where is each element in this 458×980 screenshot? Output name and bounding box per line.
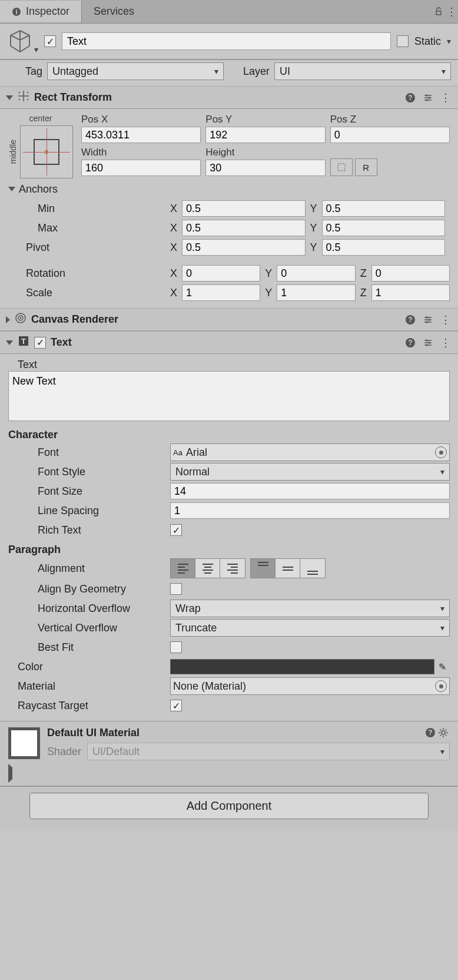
help-icon[interactable]: ? [404,336,417,349]
preset-icon[interactable] [422,313,434,326]
height-label: Height [205,147,325,158]
preset-icon[interactable] [422,336,434,349]
help-icon[interactable]: ? [404,91,417,104]
canvas-renderer-title: Canvas Renderer [31,313,399,326]
align-center-button[interactable] [195,559,220,578]
tag-label: Tag [7,65,42,78]
material-label: Material [8,680,170,693]
foldout-icon [6,340,13,345]
component-menu-icon[interactable]: ⋮ [439,336,452,349]
preset-icon[interactable] [422,91,434,104]
voverflow-dropdown[interactable]: Truncate▾ [170,619,450,637]
scale-z-input[interactable] [371,284,450,301]
material-foldout-icon[interactable] [8,764,12,783]
canvas-renderer-header[interactable]: Canvas Renderer ? ⋮ [0,308,458,331]
lock-icon[interactable] [432,5,445,18]
svg-point-17 [442,731,445,734]
anchor-min-y-input[interactable] [322,200,445,217]
object-picker-icon[interactable] [435,446,447,458]
color-swatch[interactable] [170,659,434,674]
raycast-checkbox[interactable]: ✓ [170,700,182,711]
component-menu-icon[interactable]: ⋮ [439,91,452,104]
tag-value: Untagged [52,65,98,78]
tab-inspector[interactable]: i Inspector [0,1,82,22]
font-picker[interactable]: AaArial [170,443,450,461]
material-picker[interactable]: None (Material) [170,677,450,695]
max-label: Max [8,222,170,234]
scale-x-input[interactable] [182,284,260,301]
text-component-header[interactable]: T ✓ Text ? ⋮ [0,331,458,354]
tab-services[interactable]: Services [82,1,146,22]
fontsize-input[interactable] [170,483,450,499]
static-dropdown-icon[interactable]: ▾ [447,37,451,46]
width-input[interactable] [81,160,201,176]
rot-y-input[interactable] [277,265,355,282]
pivot-y-input[interactable] [322,239,445,256]
posy-input[interactable] [205,127,325,143]
pivot-x-input[interactable] [182,239,305,256]
fontstyle-value: Normal [175,466,210,478]
add-component-button[interactable]: Add Component [29,793,429,819]
foldout-icon [6,95,13,100]
object-picker-icon[interactable] [435,680,447,692]
text-value-input[interactable] [8,371,450,421]
blueprint-mode-button[interactable] [330,158,353,176]
hoverflow-value: Wrap [175,602,201,615]
fontstyle-dropdown[interactable]: Normal▾ [170,463,450,481]
linespacing-input[interactable] [170,502,450,519]
gear-icon[interactable] [437,726,450,739]
rotation-label: Rotation [8,267,170,280]
gameobject-name-input[interactable] [62,32,391,50]
posz-label: Pos Z [330,114,450,125]
icon-dropdown-icon[interactable]: ▾ [34,45,38,54]
align-right-button[interactable] [220,559,245,578]
align-top-button[interactable] [251,559,276,578]
material-title: Default UI Material [47,727,424,739]
richtext-checkbox[interactable]: ✓ [170,524,182,536]
material-section: Default UI Material ? Shader UI/Default▾ [0,721,458,765]
rot-z-input[interactable] [371,265,450,282]
anchor-preset-button[interactable] [20,125,73,178]
gameobject-enabled-checkbox[interactable]: ✓ [44,35,56,47]
fontsize-label: Font Size [8,485,170,498]
bestfit-label: Best Fit [8,641,170,654]
shader-label: Shader [47,746,81,758]
hoverflow-dropdown[interactable]: Wrap▾ [170,600,450,617]
scale-y-input[interactable] [277,284,355,301]
anchors-foldout-icon[interactable] [8,187,15,191]
menu-icon[interactable]: ⋮ [445,5,458,18]
raw-edit-button[interactable]: R [355,158,377,176]
layer-dropdown[interactable]: UI▾ [274,62,451,80]
height-input[interactable] [205,160,325,176]
static-checkbox[interactable] [397,35,409,47]
shader-value: UI/Default [92,746,140,758]
help-icon[interactable]: ? [404,313,417,326]
eyedropper-icon[interactable]: ✎ [434,659,450,674]
canvas-renderer-icon [15,312,26,327]
help-icon[interactable]: ? [424,726,437,739]
anchor-min-x-input[interactable] [182,200,305,217]
text-component-title: Text [51,336,399,349]
material-preview[interactable] [8,727,40,759]
component-menu-icon[interactable]: ⋮ [439,313,452,326]
aligngeom-checkbox[interactable] [170,583,182,595]
aligngeom-label: Align By Geometry [8,583,170,595]
posy-label: Pos Y [205,114,325,125]
hoverflow-label: Horizontal Overflow [8,602,170,615]
add-component-label: Add Component [187,799,272,812]
rot-x-input[interactable] [182,265,260,282]
rect-transform-icon [18,90,29,105]
rect-transform-header[interactable]: Rect Transform ? ⋮ [0,86,458,109]
gameobject-icon[interactable] [7,28,33,54]
posz-input[interactable] [330,127,450,143]
anchor-max-x-input[interactable] [182,220,305,236]
anchor-max-y-input[interactable] [322,220,445,236]
align-bottom-button[interactable] [300,559,325,578]
tag-dropdown[interactable]: Untagged▾ [47,62,224,80]
bestfit-checkbox[interactable] [170,641,182,653]
posx-input[interactable] [81,127,201,143]
align-left-button[interactable] [171,559,195,578]
alignment-label: Alignment [8,562,170,575]
align-middle-button[interactable] [276,559,300,578]
text-enabled-checkbox[interactable]: ✓ [34,337,46,349]
